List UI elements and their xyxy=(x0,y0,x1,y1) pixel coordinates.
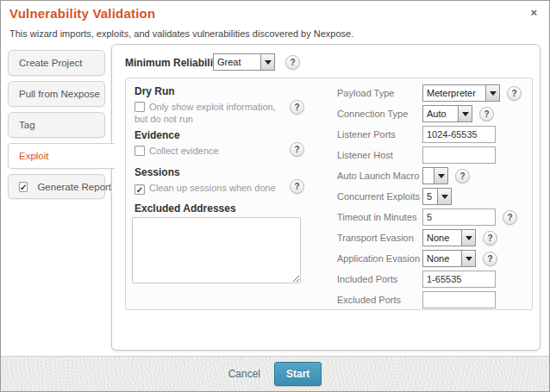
timeout-in-minutes-input[interactable] xyxy=(422,208,496,226)
cleanup-sessions-checkbox-label: Clean up sessions when done xyxy=(149,183,276,193)
chevron-down-icon[interactable] xyxy=(485,85,499,101)
help-icon[interactable]: ? xyxy=(455,169,470,184)
excluded-ports-input[interactable] xyxy=(422,291,496,308)
help-icon[interactable]: ? xyxy=(483,231,497,246)
tab-generate-report[interactable]: ✓ Generate Report xyxy=(8,174,105,199)
exploit-options-fieldset: Dry Run Only show exploit information, b… xyxy=(125,78,533,310)
minimum-reliability-label: Minimum Reliability xyxy=(125,57,222,69)
exploit-settings-panel: Minimum Reliability Great ? Dry Run Only… xyxy=(111,44,541,351)
wizard-footer: Cancel Start xyxy=(1,356,549,391)
check-icon: ✓ xyxy=(20,183,27,192)
collect-evidence-checkbox-label: Collect evidence xyxy=(149,146,219,156)
chevron-down-icon[interactable] xyxy=(461,230,475,246)
application-evasion-label: Application Evasion xyxy=(337,253,422,264)
evidence-heading: Evidence xyxy=(134,129,180,141)
tab-create-project[interactable]: Create Project xyxy=(8,50,105,76)
listener-host-input[interactable] xyxy=(422,146,496,164)
close-icon[interactable]: × xyxy=(530,7,537,19)
start-button[interactable]: Start xyxy=(274,362,322,386)
payload-type-select[interactable]: Meterpreter xyxy=(422,84,500,102)
help-icon[interactable]: ? xyxy=(479,107,494,121)
connection-type-row: Connection Type Auto ? xyxy=(337,105,494,122)
help-icon[interactable]: ? xyxy=(290,142,304,157)
concurrent-exploits-select[interactable]: 5 xyxy=(422,188,452,205)
connection-type-select[interactable]: Auto xyxy=(422,105,472,122)
listener-ports-row: Listener Ports xyxy=(337,126,496,143)
cleanup-sessions-checkbox[interactable]: ✓ xyxy=(134,184,145,195)
chevron-down-icon[interactable] xyxy=(434,168,447,184)
dry-run-checkbox-label: Only show exploit information, but do no… xyxy=(134,102,276,124)
evidence-option: Collect evidence xyxy=(134,145,288,157)
tab-tag[interactable]: Tag xyxy=(8,112,105,138)
collect-evidence-checkbox[interactable] xyxy=(134,146,145,156)
sessions-option: ✓Clean up sessions when done xyxy=(134,182,288,195)
transport-evasion-label: Transport Evasion xyxy=(337,233,422,243)
timeout-in-minutes-label: Timeout in Minutes xyxy=(337,212,422,222)
help-icon[interactable]: ? xyxy=(290,100,304,115)
tab-exploit[interactable]: Exploit xyxy=(8,143,115,169)
listener-host-row: Listener Host xyxy=(337,146,496,164)
included-ports-input[interactable] xyxy=(422,271,496,288)
connection-type-label: Connection Type xyxy=(337,109,422,119)
payload-type-row: Payload Type Meterpreter ? xyxy=(337,84,522,102)
application-evasion-select[interactable]: None xyxy=(422,250,476,267)
concurrent-exploits-row: Concurrent Exploits 5 xyxy=(337,188,452,205)
tab-pull-from-nexpose[interactable]: Pull from Nexpose xyxy=(8,81,105,107)
listener-ports-label: Listener Ports xyxy=(337,129,422,140)
sessions-heading: Sessions xyxy=(134,166,180,178)
dry-run-option: Only show exploit information, but do no… xyxy=(134,101,288,125)
minimum-reliability-select[interactable]: Great xyxy=(213,53,275,71)
page-title: Vulnerability Validation xyxy=(9,6,155,21)
chevron-down-icon[interactable] xyxy=(461,251,475,266)
chevron-down-icon[interactable] xyxy=(458,106,472,121)
listener-ports-input[interactable] xyxy=(422,126,496,143)
help-icon[interactable]: ? xyxy=(483,252,497,266)
help-icon[interactable]: ? xyxy=(285,55,300,70)
wizard-description: This wizard imports, exploits, and valid… xyxy=(9,28,353,39)
help-icon[interactable]: ? xyxy=(290,179,304,194)
auto-launch-macro-label: Auto Launch Macro xyxy=(337,171,422,181)
cancel-button[interactable]: Cancel xyxy=(228,368,260,380)
included-ports-label: Included Ports xyxy=(337,274,422,284)
timeout-in-minutes-row: Timeout in Minutes ? xyxy=(337,208,517,226)
dry-run-checkbox[interactable] xyxy=(134,102,145,112)
auto-launch-macro-row: Auto Launch Macro ? xyxy=(337,167,470,184)
excluded-ports-label: Excluded Ports xyxy=(337,295,422,305)
help-icon[interactable]: ? xyxy=(507,86,522,101)
check-icon: ✓ xyxy=(136,185,143,195)
chevron-down-icon[interactable] xyxy=(260,54,274,70)
excluded-addresses-heading: Excluded Addresses xyxy=(134,202,236,215)
help-icon[interactable]: ? xyxy=(503,210,517,225)
listener-host-label: Listener Host xyxy=(337,150,422,160)
transport-evasion-row: Transport Evasion None ? xyxy=(337,229,497,246)
auto-launch-macro-select[interactable] xyxy=(422,167,448,184)
dry-run-heading: Dry Run xyxy=(134,85,175,97)
chevron-down-icon[interactable] xyxy=(437,189,451,204)
transport-evasion-select[interactable]: None xyxy=(422,229,476,246)
tab-generate-report-label: Generate Report xyxy=(37,182,111,192)
concurrent-exploits-label: Concurrent Exploits xyxy=(337,191,422,202)
payload-type-label: Payload Type xyxy=(337,88,422,98)
vulnerability-validation-dialog: Vulnerability Validation × This wizard i… xyxy=(0,0,550,392)
excluded-addresses-textarea[interactable] xyxy=(132,217,301,283)
included-ports-row: Included Ports xyxy=(337,271,496,288)
excluded-ports-row: Excluded Ports xyxy=(337,291,496,308)
application-evasion-row: Application Evasion None ? xyxy=(337,250,497,267)
generate-report-checkbox[interactable]: ✓ xyxy=(19,182,28,192)
